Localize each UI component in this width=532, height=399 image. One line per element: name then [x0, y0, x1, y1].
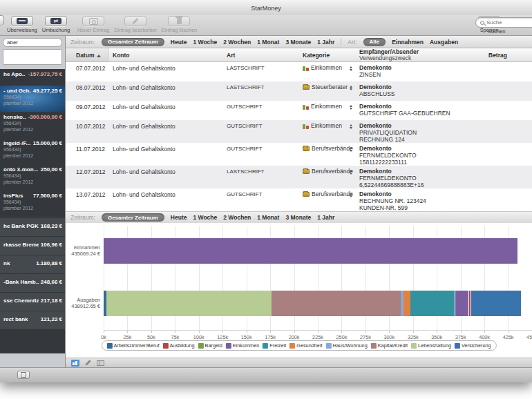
sidebar-account[interactable]: rect bank121,22 € — [0, 311, 65, 330]
bar-segment[interactable] — [471, 291, 521, 316]
zeitraum-selected-pill[interactable]: Gesamter Zeitraum — [102, 38, 164, 46]
search-field[interactable] — [475, 17, 532, 28]
filter-option[interactable]: 3 Monate — [285, 39, 311, 46]
toolbar-button-edit-entry[interactable]: Eintrag bearbeiten — [114, 16, 156, 33]
filter-option[interactable]: 1 Woche — [193, 39, 217, 46]
bar-segment[interactable] — [272, 291, 401, 316]
filter-option[interactable]: 1 Jahr — [317, 214, 334, 221]
sidebar-account[interactable]: -Bank Hamb...248,66 € — [0, 274, 65, 293]
cell-datum: 11.07.2012 — [76, 146, 105, 153]
transfer-card-icon — [17, 18, 28, 24]
cell-kategorie: Berufsverbände — [303, 191, 353, 197]
sidebar-account[interactable]: sse Chemnitz217,18 € — [0, 293, 65, 311]
table-view-icon[interactable] — [97, 360, 104, 366]
toolbar-button-new-entry[interactable]: Neuer Eintrag — [77, 16, 109, 33]
sidebar-toggle-button[interactable] — [17, 371, 30, 379]
filter-option[interactable]: 3 Monate — [285, 214, 311, 221]
sidebar-account[interactable]: hensko...-300.000,00 €956434)ptember 201… — [0, 112, 65, 138]
filter-option[interactable]: Heute — [171, 39, 187, 46]
sidebar-filter-box[interactable] — [3, 49, 62, 65]
toolbar-button-transfer-card[interactable]: Überweisung — [7, 16, 37, 33]
sidebar-header: aber — [0, 36, 65, 65]
direction-arrows-icon — [350, 170, 352, 175]
edit-view-icon[interactable] — [85, 360, 91, 365]
cell-empfaenger: DemokontoPRIVATLIQUIDATIONRECHNUNG 124 — [359, 122, 417, 143]
legend-label: Arbeitszimmer/Beruf — [113, 342, 159, 349]
filter-option[interactable]: 2 Wochen — [223, 214, 251, 221]
axis-tick-label: 75k — [171, 334, 179, 340]
column-header-art[interactable]: Art — [227, 52, 235, 59]
art-option[interactable]: Einnahmen — [392, 39, 424, 46]
search-input[interactable] — [486, 19, 532, 26]
art-selected-pill[interactable]: Alle — [363, 38, 386, 46]
filter-option[interactable]: 1 Monat — [257, 39, 279, 46]
art-option[interactable]: Ausgaben — [430, 39, 458, 46]
empfaenger-name: Demokonto — [359, 145, 392, 152]
transaction-row[interactable]: 08.07.2012Lohn- und GehaltskontoLASTSCHR… — [66, 81, 532, 101]
filter-option[interactable]: 2 Wochen — [223, 39, 251, 46]
toolbar-button-rebooking[interactable]: ⇄Umbuchung — [42, 16, 70, 33]
filter-option[interactable]: 1 Woche — [193, 214, 217, 221]
transaction-row[interactable]: 12.07.2012Lohn- und GehaltskontoLASTSCHR… — [66, 166, 532, 188]
column-header-konto[interactable]: Konto — [113, 52, 130, 59]
column-header-empfaenger[interactable]: Empfänger/Absender Verwendungszweck — [359, 49, 419, 61]
direction-arrows-icon — [350, 86, 352, 90]
sidebar-account[interactable]: ingeld-/F...15.000,00 €956434)ptember 20… — [0, 138, 65, 164]
cell-empfaenger: DemokontoRECHNUNG NR. 123424KUNDEN-NR. 5… — [359, 191, 426, 211]
bar-segment[interactable] — [106, 291, 272, 316]
sidebar-account[interactable]: he Bank PGK...168,23 € — [0, 218, 65, 237]
toolbar-button-delete-entry[interactable]: Eintrag löschen — [162, 16, 198, 33]
sidebar-account[interactable]: insPlus77.500,00 €956434)ptember 2012 — [0, 191, 65, 217]
einnahmen-bar[interactable] — [104, 238, 517, 264]
account-main-line: -Bank Hamb...248,66 € — [3, 279, 62, 285]
app-window: StarMoney Überweisung⇄Umbuchung Neuer Ei… — [0, 0, 532, 382]
filter-option[interactable]: Heute — [171, 214, 187, 221]
main-panel: Zeitraum:Gesamter ZeitraumHeute1 Woche2 … — [66, 36, 532, 367]
cell-datum: 12.07.2012 — [76, 168, 106, 175]
filter-option[interactable]: 1 Monat — [257, 214, 279, 221]
sidebar-account[interactable]: he Apo..-157.972,75 € — [0, 69, 65, 86]
bar-segment[interactable] — [455, 291, 469, 316]
account-main-line: he Bank PGK...168,23 € — [3, 223, 62, 229]
cell-empfaenger: DemokontoFERNMELDEKONTO158112222233111 — [359, 145, 417, 166]
bar-segment[interactable] — [403, 291, 410, 316]
verwendungszweck-line: RECHNUNG 124 — [359, 136, 405, 143]
sidebar-account[interactable]: nk1.180,88 € — [0, 255, 65, 274]
account-detail: 956434) — [3, 94, 62, 100]
zeitraum-selected-pill[interactable]: Gesamter Zeitraum — [102, 213, 164, 222]
sidebar-account[interactable]: onto 3-mon...250,00 €956434)ptember 2012 — [0, 164, 65, 191]
ausgaben-bar[interactable] — [104, 291, 522, 316]
bar-segment[interactable] — [104, 238, 517, 264]
account-name: - und Geh... — [3, 88, 31, 94]
transaction-row[interactable]: 09.07.2012Lohn- und GehaltskontoGUTSCHRI… — [66, 101, 532, 120]
owner-filter-dropdown[interactable]: aber — [3, 38, 62, 47]
toolbar-button-cut[interactable] — [0, 15, 4, 26]
bar-segment[interactable] — [410, 291, 455, 316]
cell-art: GUTSCHRIFT — [227, 104, 263, 110]
transaction-row[interactable]: 07.07.2012Lohn- und GehaltskontoLASTSCHR… — [66, 62, 532, 81]
cell-kategorie: Berufsverbände — [303, 168, 353, 175]
direction-arrows-icon — [350, 105, 352, 110]
legend-item: Kapital/Kredit — [371, 342, 408, 349]
toolbar-button-label: Neuer Eintrag — [77, 27, 109, 33]
sidebar-account[interactable]: - und Geh...49.277,25 €956434)ptember 20… — [0, 86, 65, 112]
column-header-kategorie[interactable]: Kategorie — [303, 52, 330, 59]
legend-label: Kapital/Kredit — [378, 342, 408, 349]
cell-empfaenger: DemokontoFERNMELDEKONTO6,52244669888883E… — [359, 168, 424, 188]
transaction-row[interactable]: 13.07.2012Lohn- und GehaltskontoGUTSCHRI… — [66, 188, 532, 211]
bar-chart-view-icon[interactable] — [71, 360, 79, 367]
sidebar-account[interactable]: rkasse Bremen106,96 € — [0, 237, 65, 255]
legend-swatch — [411, 343, 417, 349]
account-main-line: sse Chemnitz217,18 € — [3, 298, 62, 304]
filter-option[interactable]: 1 Jahr — [317, 39, 334, 46]
empfaenger-name: Demokonto — [359, 122, 392, 129]
table-header: Datum Konto Art Kategorie Empfänger/Abse… — [66, 48, 532, 62]
account-balance: 248,66 € — [41, 279, 62, 285]
column-header-datum[interactable]: Datum — [76, 52, 101, 59]
transaction-row[interactable]: 11.07.2012Lohn- und GehaltskontoGUTSCHRI… — [66, 143, 532, 166]
cell-kategorie: Berufsverbände — [303, 145, 353, 152]
axis-tick-label: 25k — [124, 334, 132, 340]
title-bar[interactable]: StarMoney — [0, 0, 532, 15]
column-header-betrag[interactable]: Betrag — [488, 52, 507, 59]
transaction-row[interactable]: 10.07.2012Lohn- und GehaltskontoGUTSCHRI… — [66, 120, 532, 143]
